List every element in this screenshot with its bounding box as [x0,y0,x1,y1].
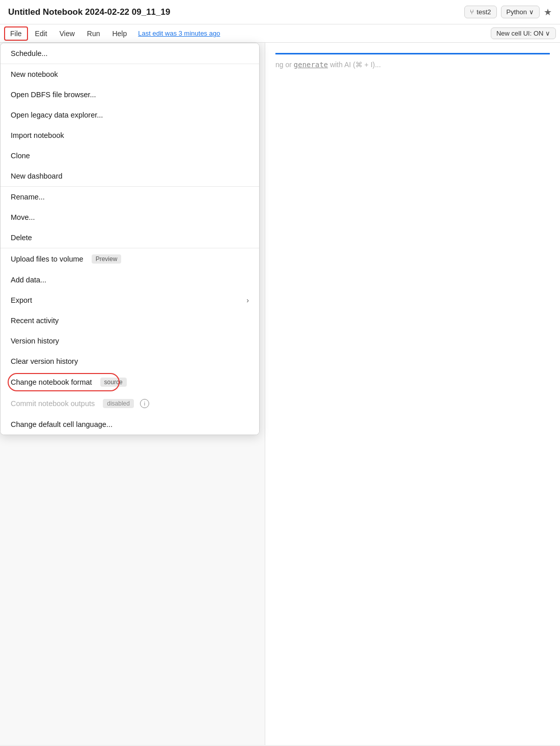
menu-view[interactable]: View [54,27,80,40]
branch-name: test2 [477,8,491,16]
move-label: Move... [11,213,35,221]
menu-item-open-dbfs[interactable]: Open DBFS file browser... [1,84,259,105]
rename-label: Rename... [11,193,45,201]
cell-area: ng or generate with AI (⌘ + I)... [265,43,560,745]
notebook-title: Untitled Notebook 2024-02-22 09_11_19 [8,7,170,17]
menu-item-schedule-label: Schedule... [11,49,48,58]
upload-files-label: Upload files to volume [11,255,83,263]
info-icon[interactable]: i [140,399,149,408]
menu-bar: File Edit View Run Help Last edit was 3 … [0,24,560,43]
menu-item-new-notebook[interactable]: New notebook [1,64,259,84]
new-cell-toggle[interactable]: New cell UI: ON ∨ [491,27,556,39]
menu-run[interactable]: Run [82,27,105,40]
top-bar-right: ⑂ test2 Python ∨ ★ [464,6,552,18]
menu-item-clone[interactable]: Clone [1,146,259,166]
upload-files-group: Upload files to volume Preview [11,254,121,264]
menu-item-open-legacy[interactable]: Open legacy data explorer... [1,105,259,125]
export-label: Export [11,296,32,304]
version-history-label: Version history [11,337,59,345]
menu-help[interactable]: Help [107,27,132,40]
change-notebook-format-label: Change notebook format [11,378,92,386]
dropdown-section-1: Schedule... [1,43,259,64]
new-dashboard-label: New dashboard [11,172,63,180]
import-notebook-label: Import notebook [11,131,64,139]
menu-item-change-default-cell[interactable]: Change default cell language... [1,414,259,435]
menu-item-upload-files[interactable]: Upload files to volume Preview [1,248,259,270]
menu-item-new-dashboard[interactable]: New dashboard [1,166,259,186]
chevron-down-icon: ∨ [529,8,534,16]
recent-activity-label: Recent activity [11,317,59,325]
branch-button[interactable]: ⑂ test2 [464,6,496,18]
dropdown-section-3: Rename... Move... Delete [1,187,259,248]
clear-version-history-label: Clear version history [11,357,78,365]
menu-item-commit-notebook-outputs: Commit notebook outputs disabled i [1,393,259,414]
upload-files-badge: Preview [92,254,122,264]
open-dbfs-label: Open DBFS file browser... [11,91,96,99]
delete-label: Delete [11,234,32,242]
star-button[interactable]: ★ [544,7,552,18]
new-notebook-label: New notebook [11,70,58,78]
menu-edit[interactable]: Edit [30,27,52,40]
generate-link[interactable]: generate [294,61,328,69]
commit-outputs-badge: disabled [103,399,134,408]
cell-hint-text: ng or [275,61,294,69]
clone-label: Clone [11,152,30,160]
menu-item-export[interactable]: Export › [1,290,259,310]
menu-item-change-notebook-format[interactable]: Change notebook format source [1,371,259,393]
menu-item-import-notebook[interactable]: Import notebook [1,125,259,146]
last-edit-label[interactable]: Last edit was 3 minutes ago [138,30,220,37]
menu-item-clear-version-history[interactable]: Clear version history [1,351,259,371]
language-label: Python [507,8,527,16]
open-legacy-label: Open legacy data explorer... [11,111,103,119]
dropdown-section-2: New notebook Open DBFS file browser... O… [1,64,259,187]
menu-item-add-data[interactable]: Add data... [1,270,259,290]
menu-item-delete[interactable]: Delete [1,227,259,248]
cell-hint: ng or generate with AI (⌘ + I)... [275,61,550,69]
menu-item-rename[interactable]: Rename... [1,187,259,207]
menu-file[interactable]: File [4,26,28,41]
top-bar: Untitled Notebook 2024-02-22 09_11_19 ⑂ … [0,0,560,24]
language-selector[interactable]: Python ∨ [501,6,540,18]
menu-item-version-history[interactable]: Version history [1,331,259,351]
main-content: ng or generate with AI (⌘ + I)... Schedu… [0,43,560,745]
file-dropdown-menu: Schedule... New notebook Open DBFS file … [0,43,260,435]
cell-hint-suffix: with AI (⌘ + I)... [328,61,381,69]
change-format-group: Change notebook format source [11,378,127,387]
chevron-right-icon: › [246,296,249,304]
menu-item-schedule[interactable]: Schedule... [1,43,259,64]
menu-item-recent-activity[interactable]: Recent activity [1,310,259,331]
commit-outputs-group: Commit notebook outputs disabled i [11,399,149,408]
git-icon: ⑂ [470,8,474,16]
cell-border [275,53,550,54]
add-data-label: Add data... [11,276,46,284]
commit-notebook-outputs-label: Commit notebook outputs [11,399,95,408]
change-format-badge: source [100,378,127,387]
change-default-cell-label: Change default cell language... [11,420,113,428]
dropdown-section-4: Upload files to volume Preview Add data.… [1,248,259,435]
menu-item-move[interactable]: Move... [1,207,259,227]
